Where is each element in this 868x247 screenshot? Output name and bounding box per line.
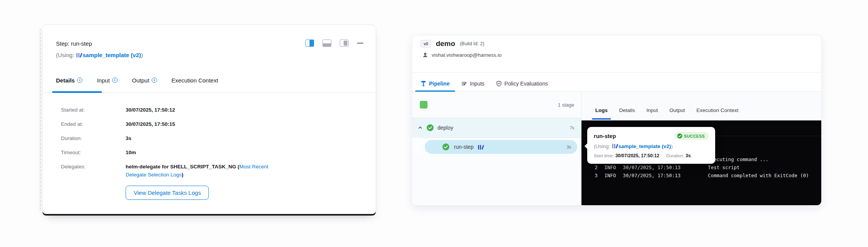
using-prefix: (Using: [56, 52, 74, 58]
tab-logs[interactable]: Logs [595, 107, 608, 114]
detail-label: Delegates: [61, 163, 126, 179]
detail-row-ended: Ended at: 30/07/2025, 17:50:15 [61, 120, 363, 128]
tab-output[interactable]: Output [670, 107, 685, 114]
detail-value: 3s [126, 134, 131, 142]
step-using-line: (Using: sample_template (v2)) [56, 51, 363, 59]
detail-row-delegates: Delegates: helm-delegate for SHELL_SCRIP… [61, 163, 363, 179]
tab-execution-context[interactable]: Execution Context [696, 107, 739, 114]
detail-label: Started at: [61, 106, 126, 114]
tab-input[interactable]: Input [97, 77, 117, 92]
tooltip-using-line: (Using: sample_template (v2)) [594, 143, 709, 150]
stage-status-square [420, 101, 427, 109]
tab-details[interactable]: Details [619, 107, 635, 114]
detail-label: Duration: [61, 134, 126, 142]
user-icon [422, 52, 428, 58]
split-view-icon[interactable] [305, 40, 314, 47]
step-label: run-step [454, 144, 473, 150]
detail-value: 30/07/2025, 17:50:12 [126, 106, 175, 114]
using-suffix: ) [141, 52, 143, 58]
tooltip-times: Start time: 30/07/2025, 17:50:12 Duratio… [594, 153, 709, 158]
pipeline-icon [421, 81, 426, 87]
step-tooltip: run-step SUCCESS (Using: sample_template… [587, 127, 715, 164]
tab-pipeline[interactable]: Pipeline [421, 81, 450, 91]
stage-label: deploy [437, 125, 453, 131]
success-check-icon [677, 133, 682, 138]
tab-execution-context[interactable]: Execution Context [172, 77, 218, 92]
stage-duration: 7s [570, 125, 574, 130]
pipeline-name: demo [436, 40, 455, 48]
stage-tree-panel: 1 stage deploy 7s run-step 3s [412, 92, 581, 206]
user-email: vishal.vishwaroop@harness.io [432, 52, 502, 58]
template-icon [613, 144, 617, 148]
window-layout-controls [305, 40, 364, 47]
view-delegate-tasks-logs-button[interactable]: View Delegate Tasks Logs [126, 186, 209, 200]
stage-tree-header: 1 stage [412, 92, 581, 118]
tab-inputs[interactable]: Inputs [461, 81, 485, 91]
log-tabs: Logs Details Input Output Execution Cont… [581, 92, 821, 120]
stage-count: 1 stage [558, 102, 574, 108]
execution-header: v0 demo (Build Id: 2) vishal.vishwaroop@… [412, 35, 821, 72]
success-check-icon [442, 143, 449, 150]
tab-output[interactable]: Output [132, 77, 157, 92]
tab-policy-evaluations[interactable]: Policy Evaluations [496, 81, 548, 91]
build-id: (Build Id: 2) [460, 41, 484, 46]
detail-value: helm-delegate for SHELL_SCRIPT_TASK_NG (… [126, 163, 290, 179]
detail-value: 10m [126, 148, 136, 156]
template-icon [77, 53, 82, 58]
detail-value: 30/07/2025, 17:50:15 [126, 120, 175, 128]
template-icon [478, 145, 483, 150]
status-badge: SUCCESS [675, 132, 709, 140]
log-line: 3 INFO 30/07/2025, 17:50:13 Command comp… [581, 171, 821, 179]
bottom-view-icon[interactable] [323, 40, 331, 47]
step-detail-tabs: Details Input Output Execution Context [43, 77, 376, 93]
execution-tabs: Pipeline Inputs Policy Evaluations [412, 72, 821, 92]
version-badge: v0 [421, 40, 431, 48]
chevron-up-icon[interactable] [418, 125, 423, 130]
info-icon[interactable] [152, 77, 157, 83]
detail-row-duration: Duration: 3s [61, 134, 363, 142]
tab-details[interactable]: Details [56, 77, 82, 92]
execution-popover: v0 demo (Build Id: 2) vishal.vishwaroop@… [412, 35, 822, 206]
detail-label: Ended at: [61, 120, 126, 128]
stage-row-deploy[interactable]: deploy 7s [412, 118, 581, 137]
float-view-icon[interactable] [340, 40, 349, 47]
minimize-icon[interactable] [357, 43, 364, 44]
info-icon[interactable] [112, 77, 118, 83]
template-link[interactable]: sample_template (v2) [76, 52, 141, 58]
step-duration: 3s [567, 145, 571, 149]
inputs-icon [461, 81, 467, 87]
tab-input[interactable]: Input [647, 107, 658, 114]
step-details-window: Step: run-step (Using: sample_template (… [42, 25, 376, 214]
detail-label: Timeout: [61, 148, 126, 156]
detail-row-started: Started at: 30/07/2025, 17:50:12 [61, 106, 363, 114]
shield-check-icon [496, 81, 502, 87]
log-line: 2 INFO 30/07/2025, 17:50:13 Test script [581, 163, 821, 171]
step-details-header: Step: run-step (Using: sample_template (… [43, 25, 376, 59]
selected-step-pill[interactable]: run-step 3s [425, 140, 577, 154]
info-icon[interactable] [77, 77, 82, 83]
step-details-body: Started at: 30/07/2025, 17:50:12 Ended a… [43, 93, 376, 200]
tooltip-step-name: run-step [594, 133, 616, 139]
template-link[interactable]: sample_template (v2) [612, 143, 671, 149]
step-row-run-step[interactable]: run-step 3s [412, 138, 581, 156]
detail-row-timeout: Timeout: 10m [61, 148, 363, 156]
success-check-icon [427, 124, 434, 131]
